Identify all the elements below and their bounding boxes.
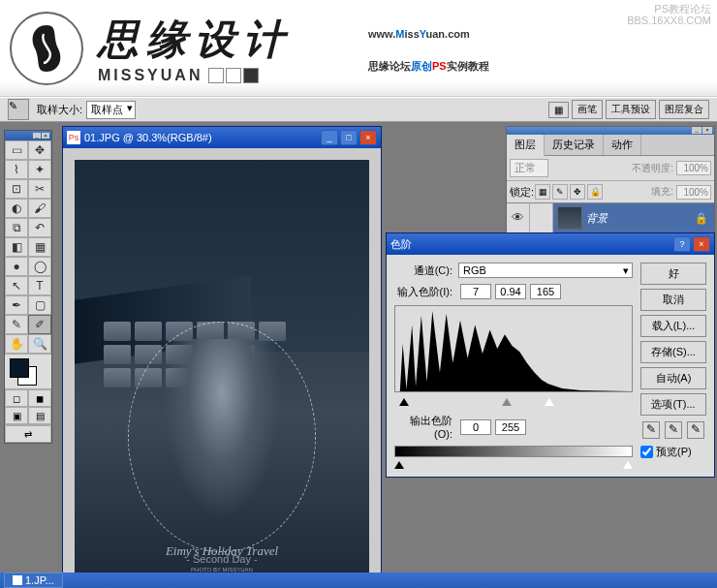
- help-button[interactable]: ?: [673, 236, 691, 252]
- save-button[interactable]: 存储(S)...: [640, 341, 706, 363]
- toolbox-titlebar[interactable]: _×: [5, 131, 51, 140]
- shape-tool[interactable]: ▢: [28, 295, 51, 315]
- taskbar-doc-icon: [13, 575, 22, 585]
- foreground-color[interactable]: [10, 358, 29, 378]
- elliptical-selection: [128, 322, 317, 552]
- white-point-eyedropper[interactable]: ✎: [687, 421, 704, 439]
- panel-tabs: 图层 历史记录 动作: [507, 135, 714, 156]
- move-tool[interactable]: ✥: [28, 140, 51, 160]
- brand-cn: 思缘设计: [98, 13, 292, 67]
- lock-transparency-icon[interactable]: ▦: [535, 184, 550, 200]
- preview-checkbox[interactable]: 预览(P): [640, 445, 706, 459]
- layer-comps-button[interactable]: 图层复合: [659, 100, 709, 119]
- clone-stamp-tool[interactable]: ⧉: [5, 218, 28, 237]
- output-slider[interactable]: [394, 459, 633, 469]
- lock-all-icon[interactable]: 🔒: [587, 184, 603, 200]
- pen-tool[interactable]: ✒: [5, 295, 28, 315]
- notes-tool[interactable]: ✎: [5, 315, 28, 334]
- preview-check-input[interactable]: [640, 446, 653, 458]
- canvas[interactable]: Eimy's Holiday Travel - Second Day - PHO…: [63, 148, 381, 588]
- history-brush-tool[interactable]: ↶: [28, 218, 51, 237]
- document-titlebar[interactable]: Ps 01.JPG @ 30.3%(RGB/8#) _ □ ×: [63, 127, 381, 148]
- minimize-button[interactable]: _: [321, 130, 338, 145]
- tab-actions[interactable]: 动作: [604, 135, 641, 155]
- levels-titlebar[interactable]: 色阶 ? ×: [387, 233, 714, 255]
- auto-button[interactable]: 自动(A): [640, 367, 706, 389]
- blur-tool[interactable]: ●: [5, 257, 28, 276]
- input-black-field[interactable]: [460, 284, 491, 299]
- layer-name: 背景: [586, 211, 608, 226]
- load-button[interactable]: 载入(L)...: [640, 315, 706, 337]
- toolbox: _× ▭ ✥ ⌇ ✦ ⊡ ✂ ◐ 🖌 ⧉ ↶ ◧ ▦ ● ◯ ↖ T ✒ ▢ ✎…: [4, 130, 52, 444]
- color-swatches[interactable]: [5, 354, 51, 388]
- slice-tool[interactable]: ✂: [28, 179, 51, 199]
- black-point-eyedropper[interactable]: ✎: [642, 421, 660, 439]
- tab-history[interactable]: 历史记录: [545, 135, 604, 155]
- lock-position-icon[interactable]: ✥: [570, 184, 585, 200]
- brand-en: MISSYUAN: [98, 67, 203, 84]
- tutorial-banner: 思缘设计 MISSYUAN www.MissYuan.com 思缘论坛原创PS实…: [0, 0, 717, 97]
- panel-titlebar[interactable]: _×: [507, 127, 714, 135]
- layer-link-slot[interactable]: [530, 203, 553, 232]
- visibility-toggle-icon[interactable]: 👁: [507, 203, 530, 232]
- ok-button[interactable]: 好: [640, 263, 706, 285]
- output-levels-label: 输出色阶(O):: [394, 414, 452, 440]
- options-bar: ✎ 取样大小: 取样点 ▦ 画笔 工具预设 图层复合: [0, 97, 717, 122]
- layer-item[interactable]: 👁 背景 🔒: [507, 203, 714, 232]
- brushes-button[interactable]: 画笔: [572, 100, 603, 119]
- magic-wand-tool[interactable]: ✦: [28, 160, 51, 179]
- input-slider[interactable]: [394, 396, 633, 406]
- fill-input[interactable]: 100%: [676, 185, 711, 200]
- output-white-field[interactable]: [495, 419, 526, 435]
- eraser-tool[interactable]: ◧: [5, 237, 28, 257]
- cancel-button[interactable]: 取消: [640, 289, 706, 311]
- lock-pixels-icon[interactable]: ✎: [552, 184, 568, 200]
- palette-well-icon[interactable]: ▦: [548, 102, 569, 118]
- gradient-tool[interactable]: ▦: [28, 237, 51, 257]
- channel-select[interactable]: RGB: [458, 263, 633, 278]
- input-gamma-field[interactable]: [495, 284, 526, 299]
- options-button[interactable]: 选项(T)...: [640, 393, 706, 416]
- output-black-field[interactable]: [460, 419, 491, 435]
- standard-mode-icon[interactable]: ◻: [5, 389, 28, 407]
- crop-tool[interactable]: ⊡: [5, 179, 28, 199]
- screen-mode-1-icon[interactable]: ▣: [5, 407, 28, 424]
- gray-point-eyedropper[interactable]: ✎: [665, 421, 682, 439]
- healing-brush-tool[interactable]: ◐: [5, 199, 28, 218]
- lasso-tool[interactable]: ⌇: [5, 160, 28, 179]
- quickmask-mode-icon[interactable]: ◼: [28, 389, 51, 407]
- jump-to-imageready-icon[interactable]: ⇄: [5, 425, 51, 443]
- brand-block: 思缘设计 MISSYUAN: [98, 13, 292, 84]
- document-window: Ps 01.JPG @ 30.3%(RGB/8#) _ □ × Eimy's H…: [62, 126, 382, 588]
- tagline: 思缘论坛原创PS实例教程: [368, 50, 489, 76]
- opacity-input[interactable]: 100%: [676, 161, 711, 175]
- photo-image: Eimy's Holiday Travel - Second Day - PHO…: [75, 160, 369, 586]
- lock-icon: 🔒: [695, 212, 708, 225]
- tab-layers[interactable]: 图层: [507, 135, 545, 156]
- blend-mode-select[interactable]: 正常: [510, 159, 548, 177]
- layer-thumbnail[interactable]: [557, 206, 582, 230]
- maximize-button[interactable]: □: [340, 130, 358, 145]
- tool-presets-button[interactable]: 工具预设: [606, 100, 656, 119]
- taskbar-item[interactable]: 1.JP...: [4, 573, 63, 588]
- dodge-tool[interactable]: ◯: [28, 257, 51, 276]
- levels-close-button[interactable]: ×: [693, 236, 710, 252]
- path-select-tool[interactable]: ↖: [5, 276, 28, 295]
- brush-tool[interactable]: 🖌: [28, 199, 51, 218]
- site-url: www.MissYuan.com: [368, 14, 470, 45]
- eyedropper-tool[interactable]: ✐: [28, 315, 51, 334]
- zoom-tool[interactable]: 🔍: [28, 334, 51, 354]
- type-tool[interactable]: T: [28, 276, 51, 295]
- input-white-field[interactable]: [530, 284, 561, 299]
- lock-label: 锁定:: [510, 185, 534, 200]
- fill-label: 填充:: [651, 185, 673, 199]
- marquee-tool[interactable]: ▭: [5, 140, 28, 160]
- document-title: 01.JPG @ 30.3%(RGB/8#): [84, 132, 319, 143]
- close-button[interactable]: ×: [359, 130, 377, 145]
- watermark: PS教程论坛BBS.16XX8.COM: [627, 3, 711, 26]
- eyedropper-tool-icon[interactable]: ✎: [8, 99, 29, 120]
- sample-size-select[interactable]: 取样点: [86, 101, 136, 119]
- screen-mode-2-icon[interactable]: ▤: [28, 407, 51, 424]
- taskbar: 1.JP...: [0, 573, 717, 588]
- hand-tool[interactable]: ✋: [5, 334, 28, 354]
